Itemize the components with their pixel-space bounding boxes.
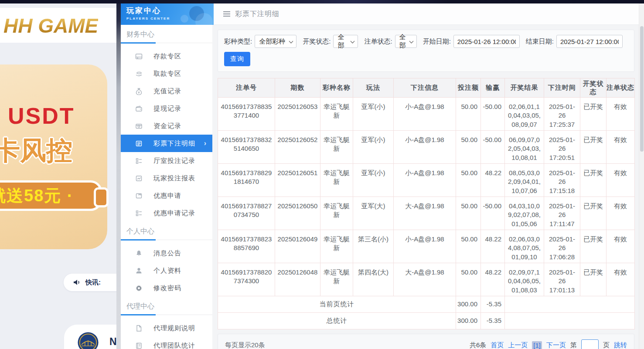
- total-summary-row: 总统计 300.00 -5.35: [218, 313, 635, 329]
- sidebar-item-agent-rules[interactable]: 代理规则说明: [121, 319, 212, 337]
- speaker-icon: [73, 279, 81, 286]
- table-cell: 幸运飞艇新: [320, 98, 353, 131]
- table-cell: 401569173788291814670: [218, 164, 275, 197]
- section-title-agent: 代理中心: [121, 302, 212, 315]
- sidebar-item-recharge-record[interactable]: 充值记录: [121, 82, 212, 100]
- sidebar-item-agent-team-stats[interactable]: 代理团队统计: [121, 337, 212, 349]
- query-button[interactable]: 查询: [224, 52, 250, 66]
- news-ticker: 快讯:: [63, 273, 116, 291]
- column-header: 开奖状态: [580, 78, 607, 98]
- table-cell: 50.00: [456, 197, 481, 230]
- table-cell: 幸运飞艇新: [320, 164, 353, 197]
- section-title-finance: 财务中心: [121, 30, 212, 43]
- table-row: 40156917378832514065020250126052幸运飞艇新亚军(…: [218, 131, 635, 164]
- table-cell: 50.00: [456, 131, 481, 164]
- lottery-type-select[interactable]: 全部彩种: [255, 35, 296, 48]
- sidebar-item-lottery-bet-details[interactable]: 彩票下注明细 ›: [121, 135, 212, 152]
- sidebar-item-promo-apply[interactable]: 优惠申请: [121, 187, 212, 204]
- table-cell: 08,05,03,02,09,04,01,10,07,06: [505, 164, 544, 197]
- table-cell: 50.00: [456, 263, 481, 296]
- promo-usdt-text: USDT: [8, 103, 75, 129]
- table-row: 40156917378820737430020250126048幸运飞艇新第四名…: [218, 263, 635, 296]
- screen: HH GAME USDT 卡风控 就送58元 · 快讯: N: [0, 0, 644, 349]
- table-cell: 已开奖: [580, 131, 607, 164]
- table-cell: 20250126048: [275, 263, 320, 296]
- background-site: HH GAME USDT 卡风控 就送58元 · 快讯: N: [0, 3, 116, 349]
- deposit-card-icon: [135, 53, 143, 60]
- table-cell: -50.00: [481, 131, 505, 164]
- table-cell: 有效: [607, 164, 635, 197]
- column-header: 输赢: [481, 78, 505, 98]
- promo-bonus-pill: 就送58元 ·: [0, 180, 102, 211]
- table-cell: 已开奖: [580, 164, 607, 197]
- first-page-link[interactable]: 首页: [491, 341, 504, 349]
- column-header: 注单号: [218, 78, 275, 98]
- scrollbar-thumb[interactable]: [640, 26, 644, 152]
- table-cell: 20250126049: [275, 230, 320, 263]
- page-suffix: 页: [603, 341, 610, 349]
- sidebar-item-withdraw-zone[interactable]: 取款专区: [121, 65, 212, 82]
- table-cell: 50.00: [456, 98, 481, 131]
- total-summary-label: 总统计: [218, 313, 456, 329]
- table-cell: 2025-01-26 17:06:28: [544, 230, 580, 263]
- main-content: 彩票下注明细 彩种类型: 全部彩种 开奖状态: 全部 注单状态: 全部: [212, 3, 644, 349]
- column-header: 期数: [275, 78, 320, 98]
- table-row: 40156917378829181467020250126051幸运飞艇新亚军(…: [218, 164, 635, 197]
- table-cell: -50.00: [481, 98, 505, 131]
- table-cell: 48.22: [481, 263, 505, 296]
- table-cell: 幸运飞艇新: [320, 230, 353, 263]
- end-date-input[interactable]: [556, 35, 623, 48]
- sidebar-item-player-bet-report[interactable]: 玩家投注报表: [121, 169, 212, 187]
- bell-icon: [135, 250, 143, 257]
- chevron-down-icon: [351, 39, 355, 44]
- site-logo-band: HH GAME: [0, 8, 116, 43]
- page-size-text: 每页显示20条: [225, 341, 265, 349]
- draw-status-select[interactable]: 全部: [333, 35, 358, 48]
- sidebar-item-withdraw-record[interactable]: 提现记录: [121, 100, 212, 117]
- sidebar-item-funds-record[interactable]: 资金记录: [121, 117, 212, 135]
- column-header: 注单状态: [607, 78, 635, 98]
- menu-toggle-icon[interactable]: [223, 11, 230, 17]
- column-header: 彩种名称: [320, 78, 353, 98]
- table-cell: 2025-01-26 17:20:51: [544, 131, 580, 164]
- table-cell: 04,03,10,09,02,07,08,01,05,06: [505, 197, 544, 230]
- end-date-label: 结束日期:: [526, 37, 554, 46]
- jump-link[interactable]: 跳转: [614, 341, 627, 349]
- table-cell: -50.00: [481, 197, 505, 230]
- table-cell: 20250126050: [275, 197, 320, 230]
- table-cell: 幸运飞艇新: [320, 263, 353, 296]
- bet-details-table: 注单号期数彩种名称玩法下注信息投注额输赢开奖结果下注时间开奖状态注单状态 401…: [218, 78, 635, 329]
- table-cell: 小-A盘@1.98: [394, 230, 456, 263]
- total-count-text: 共6条: [470, 341, 486, 349]
- main-header: 彩票下注明细: [212, 3, 644, 25]
- sidebar-item-promo-apply-record[interactable]: 优惠申请记录: [121, 204, 212, 222]
- page-summary-winloss: -5.35: [481, 296, 505, 313]
- table-cell: 50.00: [456, 230, 481, 263]
- table-row: 40156917378835377140020250126053幸运飞艇新亚军(…: [218, 98, 635, 131]
- sidebar-item-change-password[interactable]: 修改密码: [121, 279, 212, 297]
- site-logo: HH GAME: [3, 14, 98, 37]
- start-date-input[interactable]: [453, 35, 520, 48]
- table-cell: 20250126052: [275, 131, 320, 164]
- report-chart-icon: [135, 175, 143, 182]
- page-number-input[interactable]: [581, 339, 599, 349]
- next-page-link[interactable]: 下一页: [546, 341, 566, 349]
- scrollbar[interactable]: [639, 3, 644, 349]
- table-cell: 有效: [607, 197, 635, 230]
- page-summary-row: 当前页统计 300.00 -5.35: [218, 296, 635, 313]
- funds-icon: [135, 122, 143, 130]
- sidebar-item-announcements[interactable]: 消息公告: [121, 244, 212, 262]
- promo-banner: USDT 卡风控 就送58元 ·: [0, 64, 107, 249]
- pagination-bar: 每页显示20条 共6条 首页 上一页 [1] 下一页 第 页 跳转: [218, 334, 634, 349]
- sidebar-item-deposit[interactable]: 存款专区: [121, 47, 212, 65]
- sidebar-item-hall-bet-record[interactable]: 厅室投注记录: [121, 152, 212, 169]
- table-cell: 小-A盘@1.98: [394, 164, 456, 197]
- prev-page-link[interactable]: 上一页: [508, 341, 528, 349]
- sidebar-item-profile[interactable]: 个人资料: [121, 262, 212, 279]
- pager: 共6条 首页 上一页 [1] 下一页 第 页 跳转: [470, 339, 627, 349]
- table-cell: 401569173788207374300: [218, 263, 275, 296]
- table-cell: 20250126053: [275, 98, 320, 131]
- table-cell: 幸运飞艇新: [320, 131, 353, 164]
- order-status-select[interactable]: 全部: [395, 35, 417, 48]
- table-cell: 幸运飞艇新: [320, 197, 353, 230]
